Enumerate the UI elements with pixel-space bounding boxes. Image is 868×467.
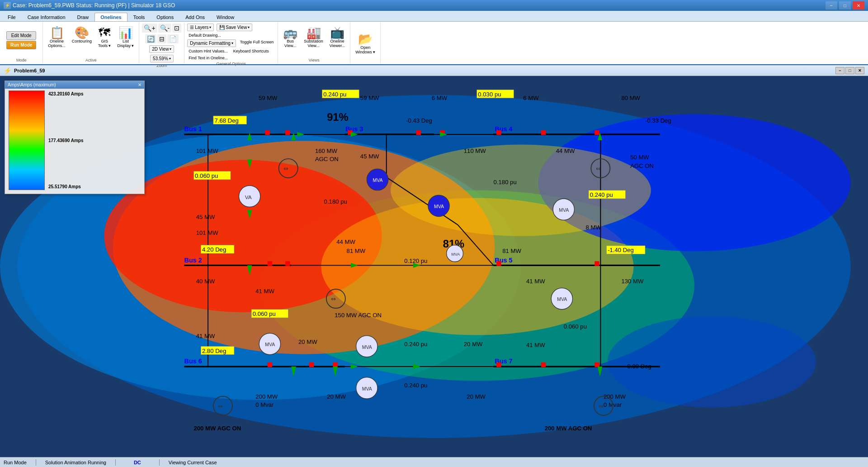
zoom-out-button[interactable]: 🔍-	[158, 24, 172, 33]
mode-group: Edit Mode Run Mode	[3, 29, 40, 51]
substation-view-button[interactable]: 🏭 SubstationView...	[302, 25, 326, 49]
layers-arrow: ▾	[209, 25, 211, 29]
value-81mw-right: 81 MW	[502, 248, 521, 254]
oneline-options-icon: 📋	[50, 27, 64, 38]
value-160mw: 160 MW	[315, 148, 338, 154]
find-text-button[interactable]: Find Text in Oneline...	[187, 55, 229, 61]
ribbon-group-views: 🚌 BusView... 🏭 SubstationView... 📺 Oneli…	[278, 23, 350, 63]
tab-draw[interactable]: Draw	[71, 13, 95, 21]
gen-bus5-mid-label: MVA	[451, 252, 460, 257]
active-buttons: 📋 OnelineOptions... 🎨 Contouring 🗺 GISTo…	[46, 24, 136, 57]
bus6-sq1	[268, 362, 273, 367]
bus2-label: Bus 2	[184, 257, 202, 264]
legend-close-button[interactable]: ✕	[138, 82, 142, 87]
zoom-level-label: 53.59%	[153, 56, 168, 61]
value-41mw-bus5b: 41 MW	[526, 342, 545, 348]
oneline-options-label: OnelineOptions...	[48, 39, 66, 48]
value-140deg: -1.40 Deg	[608, 247, 634, 253]
dynamic-formatting-label: Dynamic Formatting	[190, 41, 230, 46]
run-mode-button[interactable]: Run Mode	[6, 41, 36, 49]
zoom-custom-button[interactable]: ⊟	[157, 34, 166, 43]
bus6-label: Bus 6	[184, 357, 202, 365]
oneline-viewer-label: OnelineViewer...	[330, 39, 345, 48]
status-mode: Run Mode	[4, 460, 27, 465]
tab-options[interactable]: Options	[151, 13, 179, 21]
gis-tools-button[interactable]: 🗺 GISTools ▾	[96, 25, 113, 49]
xfmr-bus6-arrow: ⇔	[218, 403, 223, 410]
gen-bus4-label: MVA	[559, 207, 569, 213]
load-down-bus7	[598, 367, 603, 376]
doc-maximize-button[interactable]: □	[845, 67, 854, 74]
status-dc: DC	[125, 460, 150, 465]
value-200mw-agc-bus6: 200 MW AGC ON	[193, 425, 241, 432]
xfmr-bus2-arrow: ⇔	[331, 295, 336, 302]
bus1-sq2	[285, 130, 290, 135]
value-033deg: -0.33 Deg	[645, 117, 671, 124]
value-40mw: 40 MW	[196, 278, 215, 285]
bus1-label: Bus 1	[184, 125, 202, 133]
keyboard-shortcuts-button[interactable]: Keyboard Shortcuts	[232, 48, 270, 54]
value-150mw-agc: 150 MW AGC ON	[335, 312, 382, 319]
value-59mw-right: 59 MW	[360, 95, 379, 101]
maximize-button[interactable]: □	[839, 1, 851, 10]
view-mode-dropdown[interactable]: 2D View ▾	[149, 45, 174, 53]
zoom-fit-button[interactable]: ⊡	[172, 24, 181, 33]
bus6-sq2	[309, 362, 314, 367]
list-display-button[interactable]: 📊 ListDisplay ▾	[115, 25, 136, 49]
value-043deg: -0.43 Deg	[406, 117, 432, 124]
doc-close-button[interactable]: ✕	[855, 67, 864, 74]
title-bar-controls[interactable]: − □ ✕	[826, 1, 864, 10]
value-44mw-mid: 44 MW	[336, 238, 355, 245]
ribbon-group-mode: Edit Mode Run Mode Mode	[0, 23, 43, 63]
layers-dropdown[interactable]: ☰ Layers ▾	[187, 24, 214, 31]
zoom-page-button[interactable]: 📄	[167, 34, 179, 43]
diagram-canvas[interactable]: Bus 1 Bus 3 Bus 4 Bus 2 Bus 5 Bus 6 Bus …	[0, 76, 868, 457]
value-110mw: 110 MW	[464, 148, 486, 154]
close-button[interactable]: ✕	[853, 1, 864, 10]
doc-titlebar-buttons[interactable]: − □ ✕	[835, 67, 864, 74]
zoom-group-label: Zoom	[156, 63, 167, 68]
gen-bus3-label: MVA	[373, 177, 382, 183]
tab-window[interactable]: Window	[211, 13, 240, 21]
general-row5: Find Text in Oneline...	[187, 55, 229, 61]
bus-view-button[interactable]: 🚌 BusView...	[281, 25, 300, 49]
value-8mw: 8 MW	[585, 224, 601, 231]
dynamic-formatting-dropdown[interactable]: Dynamic Formatting ▾	[187, 39, 236, 47]
title-bar: ⚡ Case: Problem6_59.PWB Status: Running …	[0, 0, 868, 11]
tab-tools[interactable]: Tools	[127, 13, 151, 21]
tab-onelines[interactable]: Onelines	[94, 13, 127, 21]
doc-minimize-button[interactable]: −	[835, 67, 844, 74]
value-41mw-bus5a: 41 MW	[526, 278, 545, 285]
mode-group-label: Mode	[16, 58, 27, 62]
open-windows-button[interactable]: 📂 OpenWindows ▾	[353, 32, 377, 56]
zoom-reset-button[interactable]: 🔄	[145, 34, 156, 43]
toggle-full-screen-button[interactable]: Toggle Full Screen	[239, 39, 275, 47]
oneline-viewer-button[interactable]: 📺 OnelineViewer...	[327, 25, 347, 49]
zoom-out-icon: 🔍-	[160, 24, 170, 32]
legend-content: 423.20160 Amps 177.43690 Amps 25.51790 A…	[5, 89, 144, 194]
edit-mode-button[interactable]: Edit Mode	[6, 31, 36, 40]
oneline-options-button[interactable]: 📋 OnelineOptions...	[46, 25, 68, 49]
status-viewing: Viewing Current Case	[169, 460, 217, 465]
value-500mw-bus4: 50 MW	[630, 154, 649, 161]
minimize-button[interactable]: −	[826, 1, 837, 10]
arrow-bus67-mid	[413, 364, 420, 369]
save-view-dropdown[interactable]: 💾 Save View ▾	[217, 24, 252, 31]
gen-bus1-label: VA	[245, 194, 252, 200]
custom-hint-button[interactable]: Custom Hint Values...	[187, 48, 229, 54]
tab-case-information[interactable]: Case Information	[22, 13, 71, 21]
default-drawing-button[interactable]: Default Drawing...	[187, 33, 222, 38]
bus5-sq2	[594, 261, 599, 266]
zoom-level-dropdown[interactable]: 53.59% ▾	[150, 55, 174, 62]
tab-add-ons[interactable]: Add Ons	[179, 13, 211, 21]
zoom-in-button[interactable]: 🔍+	[142, 24, 157, 33]
open-windows-icon: 📂	[358, 33, 373, 45]
general-row4: Custom Hint Values... Keyboard Shortcuts	[187, 48, 270, 54]
arrow-gen-bus1-down2	[247, 210, 252, 219]
general-row1: ☰ Layers ▾ 💾 Save View ▾	[187, 24, 252, 31]
contouring-button[interactable]: 🎨 Contouring	[70, 25, 94, 45]
value-200mw-agc-bus7: 200 MW AGC ON	[545, 425, 592, 432]
value-20mw-bus7-b: 20 MW	[467, 393, 486, 400]
tab-file[interactable]: File	[2, 13, 22, 21]
value-45mw-top: 45 MW	[360, 153, 379, 160]
